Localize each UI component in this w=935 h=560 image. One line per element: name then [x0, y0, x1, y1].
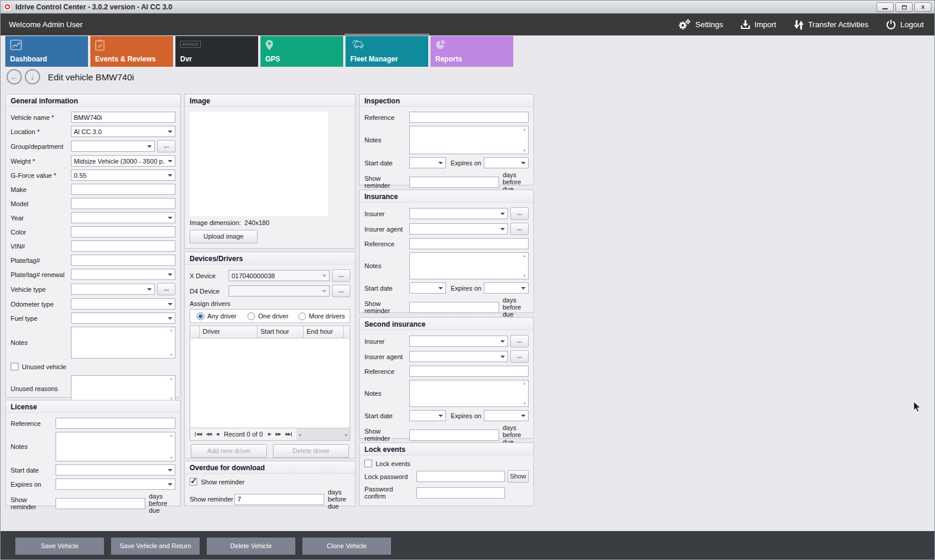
- plate-tag-input[interactable]: [71, 255, 175, 266]
- radio-one-driver[interactable]: One driver: [245, 312, 295, 320]
- second-insurer-agent-dropdown[interactable]: [409, 351, 508, 362]
- insurer-dropdown[interactable]: [409, 208, 508, 219]
- odometer-type-dropdown[interactable]: [71, 298, 175, 310]
- x-device-browse-button[interactable]: ...: [332, 269, 350, 282]
- upload-image-button[interactable]: Upload image: [190, 230, 258, 243]
- insurance-reference-input[interactable]: [409, 238, 529, 249]
- field-label: Model: [11, 200, 71, 207]
- license-reminder-input[interactable]: [56, 498, 145, 509]
- second-insurance-expires-dropdown[interactable]: [484, 410, 529, 421]
- lock-password-input[interactable]: [416, 471, 505, 482]
- tab-events-reviews[interactable]: Events & Reviews: [90, 36, 173, 67]
- unused-vehicle-checkbox[interactable]: [11, 363, 18, 370]
- tab-dashboard[interactable]: Dashboard: [5, 36, 88, 67]
- d4-device-browse-button[interactable]: ...: [332, 285, 350, 297]
- second-insurer-browse-button[interactable]: ...: [510, 335, 529, 347]
- license-expires-dropdown[interactable]: [56, 478, 175, 490]
- notes-textarea[interactable]: ▲▼: [71, 327, 175, 359]
- fuel-type-dropdown[interactable]: [71, 312, 175, 324]
- group-department-dropdown[interactable]: [71, 141, 155, 152]
- show-password-button[interactable]: Show: [507, 470, 529, 483]
- inspection-start-date-dropdown[interactable]: [409, 157, 446, 168]
- tab-reports[interactable]: Reports: [431, 36, 513, 67]
- weight-dropdown[interactable]: Midsize Vehicle (3000 - 3500 p...: [71, 155, 175, 167]
- group-browse-button[interactable]: ...: [157, 140, 175, 152]
- insurance-notes-textarea[interactable]: ▲▼: [409, 252, 529, 279]
- page-title: Edit vehicle BMW740i: [48, 72, 134, 82]
- close-button[interactable]: X: [914, 2, 931, 12]
- vehicle-type-browse-button[interactable]: ...: [157, 283, 175, 295]
- chevron-down-icon: [438, 415, 443, 417]
- vehicle-name-input[interactable]: [71, 112, 175, 123]
- nav-next-icon[interactable]: ▶: [268, 432, 271, 437]
- scroll-down-button[interactable]: ↓: [25, 69, 40, 84]
- insurance-reminder-input[interactable]: [409, 302, 499, 313]
- license-reference-input[interactable]: [56, 418, 175, 429]
- delete-driver-button[interactable]: Delete driver: [273, 444, 349, 458]
- inspection-expires-dropdown[interactable]: [484, 157, 529, 168]
- lock-events-checkbox[interactable]: [364, 460, 372, 467]
- image-dimension-label: Image dimension:: [190, 219, 241, 226]
- inspection-reminder-input[interactable]: [409, 177, 499, 188]
- vehicle-type-dropdown[interactable]: [71, 284, 155, 295]
- save-vehicle-and-return-button[interactable]: Save Vehicle and Return: [111, 538, 200, 555]
- field-label: Show reminder: [364, 428, 409, 442]
- insurer-agent-browse-button[interactable]: ...: [510, 223, 529, 235]
- logout-button[interactable]: Logout: [886, 19, 924, 30]
- overdue-reminder-input[interactable]: [234, 494, 324, 505]
- panel-general-information: General information Vehicle name * Locat…: [5, 94, 181, 398]
- color-input[interactable]: [71, 226, 175, 237]
- grid-horizontal-scrollbar[interactable]: ◀ ▶: [297, 428, 350, 440]
- column-end-hour[interactable]: End hour: [304, 326, 344, 338]
- model-input[interactable]: [71, 198, 175, 209]
- radio-any-driver[interactable]: Any driver: [194, 312, 245, 320]
- nav-first-icon[interactable]: ◀◀: [195, 432, 201, 437]
- second-insurer-dropdown[interactable]: [409, 336, 508, 347]
- tab-gps[interactable]: GPS: [260, 36, 343, 67]
- nav-next-page-icon[interactable]: ▶▶: [275, 432, 281, 437]
- insurance-start-date-dropdown[interactable]: [409, 282, 446, 294]
- d4-device-dropdown[interactable]: [229, 285, 330, 297]
- nav-prev-page-icon[interactable]: ◀◀: [206, 432, 211, 437]
- gforce-dropdown[interactable]: 0.55: [71, 170, 175, 181]
- transfer-activities-button[interactable]: Transfer Activities: [794, 19, 868, 30]
- column-driver[interactable]: Driver: [200, 326, 258, 338]
- chevron-down-icon: [147, 145, 152, 148]
- column-start-hour[interactable]: Start hour: [258, 326, 304, 338]
- plate-renewal-dropdown[interactable]: [71, 269, 175, 280]
- location-dropdown[interactable]: Al CC 3.0: [71, 126, 175, 137]
- tab-fleet-manager[interactable]: Fleet Manager: [346, 36, 428, 67]
- x-device-dropdown[interactable]: 017040000038: [229, 270, 330, 281]
- maximize-button[interactable]: [895, 2, 913, 12]
- second-insurer-agent-browse-button[interactable]: ...: [510, 350, 529, 363]
- password-confirm-input[interactable]: [416, 487, 505, 499]
- year-dropdown[interactable]: [71, 212, 175, 223]
- insurer-browse-button[interactable]: ...: [510, 207, 529, 220]
- second-insurance-reminder-input[interactable]: [409, 429, 499, 441]
- settings-button[interactable]: Settings: [678, 19, 723, 30]
- vin-input[interactable]: [71, 240, 175, 252]
- inspection-notes-textarea[interactable]: ▲▼: [409, 126, 529, 154]
- add-new-driver-button[interactable]: Add new driver: [191, 444, 267, 458]
- insurance-expires-dropdown[interactable]: [484, 282, 529, 294]
- license-start-date-dropdown[interactable]: [56, 464, 175, 476]
- inspection-reference-input[interactable]: [409, 112, 529, 123]
- second-insurance-reference-input[interactable]: [409, 366, 529, 377]
- nav-last-icon[interactable]: ▶▶: [285, 432, 292, 437]
- clone-vehicle-button[interactable]: Clone Vehicle: [302, 538, 391, 555]
- delete-vehicle-button[interactable]: Delete Vehicle: [207, 538, 295, 555]
- nav-prev-icon[interactable]: ◀: [216, 432, 219, 437]
- back-button[interactable]: ←: [6, 69, 22, 84]
- minimize-button[interactable]: [877, 2, 894, 12]
- second-insurance-start-date-dropdown[interactable]: [409, 410, 446, 421]
- radio-more-drivers[interactable]: More drivers: [295, 312, 346, 320]
- license-notes-textarea[interactable]: ▲▼: [56, 432, 175, 461]
- insurer-agent-dropdown[interactable]: [409, 223, 508, 235]
- save-vehicle-button[interactable]: Save Vehicle: [15, 538, 104, 555]
- import-button[interactable]: Import: [741, 19, 776, 30]
- second-insurance-notes-textarea[interactable]: ▲▼: [409, 380, 529, 407]
- make-input[interactable]: [71, 184, 175, 195]
- unused-reasons-textarea[interactable]: ▲▼: [71, 375, 175, 402]
- show-reminder-checkbox[interactable]: [190, 478, 197, 486]
- tab-dvr[interactable]: MERGE Dvr: [175, 36, 258, 67]
